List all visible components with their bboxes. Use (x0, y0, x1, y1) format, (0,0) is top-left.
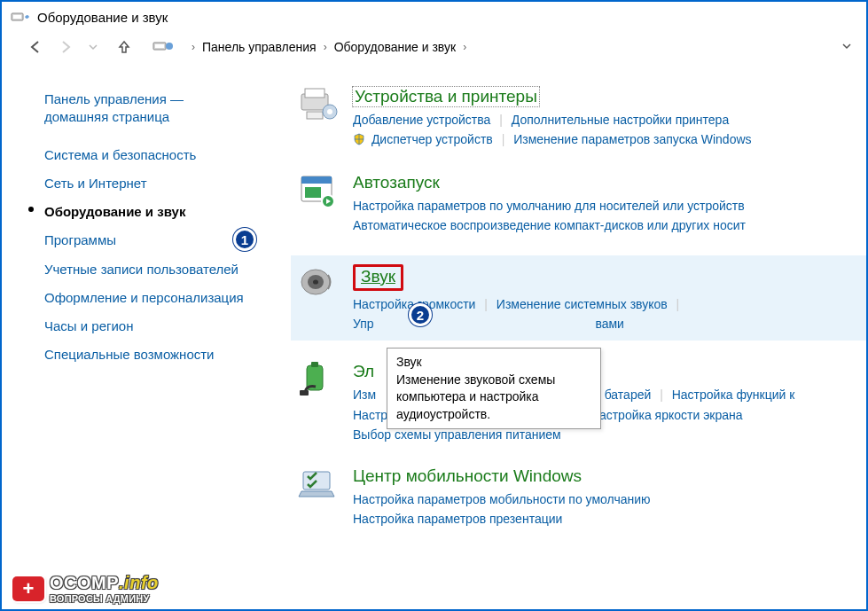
link-presentation[interactable]: Настройка параметров презентации (353, 512, 562, 526)
watermark-suffix: .info (119, 573, 159, 592)
svg-rect-12 (305, 187, 321, 198)
svg-rect-6 (305, 89, 325, 98)
svg-rect-19 (300, 390, 309, 396)
link-autoplay-defaults[interactable]: Настройка параметров по умолчанию для но… (353, 199, 745, 213)
tooltip-title: Звук (396, 354, 591, 372)
devices-printers-icon (298, 85, 340, 128)
category-sound: Звук Настройка громкости | Изменение сис… (291, 255, 866, 341)
svg-rect-1 (13, 15, 21, 19)
sound-icon (298, 262, 340, 305)
breadcrumb-control-panel[interactable]: Панель управления (202, 40, 317, 54)
category-title-sound[interactable]: Звук (361, 267, 395, 286)
link-power-scheme[interactable]: Выбор схемы управления питанием (353, 427, 561, 442)
link-power-buttons[interactable]: Настройка функций к (672, 388, 795, 402)
category-title-mobility[interactable]: Центр мобильности Windows (353, 466, 582, 486)
breadcrumb[interactable]: › Панель управления › Оборудование и зву… (184, 40, 833, 54)
svg-point-9 (327, 109, 332, 114)
recent-dropdown-icon[interactable] (83, 37, 103, 57)
back-button[interactable] (27, 37, 46, 57)
tooltip-body: Изменение звуковой схемы компьютера и на… (396, 372, 591, 424)
tooltip: Звук Изменение звуковой схемы компьютера… (387, 348, 601, 429)
svg-rect-18 (311, 362, 318, 367)
sidebar-item-home[interactable]: Панель управления — домашняя страница (44, 85, 248, 132)
category-title-devices[interactable]: Устройства и принтеры (353, 87, 539, 106)
chevron-right-icon[interactable]: › (317, 41, 334, 53)
address-icon (152, 37, 174, 57)
breadcrumb-hardware-sound[interactable]: Оборудование и звук (334, 40, 457, 54)
sidebar-item-programs[interactable]: Программы (44, 226, 248, 255)
autoplay-icon (298, 171, 340, 214)
link-manage-audio-a[interactable]: Упр (353, 317, 374, 331)
main-panel: Устройства и принтеры Добавление устройс… (259, 85, 866, 548)
chevron-right-icon[interactable]: › (184, 41, 202, 53)
link-autoplay-cd[interactable]: Автоматическое воспроизведение компакт-д… (353, 218, 746, 232)
sidebar-item-network[interactable]: Сеть и Интернет (44, 169, 248, 198)
svg-rect-3 (155, 44, 164, 48)
link-manage-audio-b[interactable]: вами (595, 317, 624, 331)
sidebar-item-label: Оборудование и звук (44, 204, 185, 219)
sidebar-item-clock-region[interactable]: Часы и регион (44, 312, 248, 341)
watermark: + OCOMP.info ВОПРОСЫ АДМИНУ (12, 573, 159, 604)
annotation-badge-1: 1 (233, 228, 256, 251)
address-dropdown-icon[interactable] (841, 40, 856, 54)
shield-icon (353, 131, 365, 151)
watermark-tagline: ВОПРОСЫ АДМИНУ (50, 593, 159, 604)
watermark-plus-icon: + (12, 576, 44, 601)
link-system-sounds[interactable]: Изменение системных звуков (497, 297, 668, 311)
sidebar: Панель управления — домашняя страница Си… (2, 85, 259, 548)
annotation-box-sound: Звук (353, 264, 403, 291)
link-brightness[interactable]: Настройка яркости экрана (590, 408, 743, 422)
sidebar-item-system-security[interactable]: Система и безопасность (44, 141, 248, 169)
title-bar: Оборудование и звук (2, 2, 866, 34)
link-mobility-defaults[interactable]: Настройка параметров мобильности по умол… (353, 492, 651, 506)
sidebar-item-hardware-sound[interactable]: Оборудование и звук (44, 198, 248, 226)
sidebar-item-appearance[interactable]: Оформление и персонализация (44, 284, 248, 312)
sidebar-item-user-accounts[interactable]: Учетные записи пользователей (44, 255, 248, 284)
chevron-right-icon[interactable]: › (456, 41, 473, 53)
forward-button[interactable] (55, 37, 74, 57)
svg-point-16 (313, 279, 318, 284)
watermark-brand: OCOMP (50, 573, 119, 592)
category-devices-printers: Устройства и принтеры Добавление устройс… (298, 85, 866, 152)
mobility-icon (298, 465, 340, 507)
hardware-sound-icon (11, 7, 30, 27)
selected-bullet-icon (28, 207, 34, 212)
link-printer-settings[interactable]: Дополнительные настройки принтера (512, 113, 729, 127)
content-area: Панель управления — домашняя страница Си… (2, 66, 866, 548)
link-windows-startup[interactable]: Изменение параметров запуска Windows (513, 132, 751, 146)
category-title-power[interactable]: Эл (353, 362, 374, 381)
category-autoplay: Автозапуск Настройка параметров по умолч… (298, 171, 866, 236)
link-add-device[interactable]: Добавление устройства (353, 113, 490, 127)
category-title-autoplay[interactable]: Автозапуск (353, 173, 440, 192)
svg-rect-7 (307, 112, 323, 119)
power-icon (298, 360, 340, 403)
category-mobility: Центр мобильности Windows Настройка пара… (298, 465, 866, 529)
link-device-manager[interactable]: Диспетчер устройств (371, 132, 493, 146)
svg-point-4 (166, 43, 173, 50)
sidebar-item-accessibility[interactable]: Специальные возможности (44, 341, 248, 369)
annotation-badge-2: 2 (409, 303, 432, 326)
link-power-battery-a[interactable]: Изм (353, 388, 376, 402)
navigation-bar: › Панель управления › Оборудование и зву… (2, 34, 866, 66)
window-title: Оборудование и звук (37, 10, 168, 25)
svg-rect-11 (301, 176, 332, 184)
up-button[interactable] (115, 38, 133, 56)
